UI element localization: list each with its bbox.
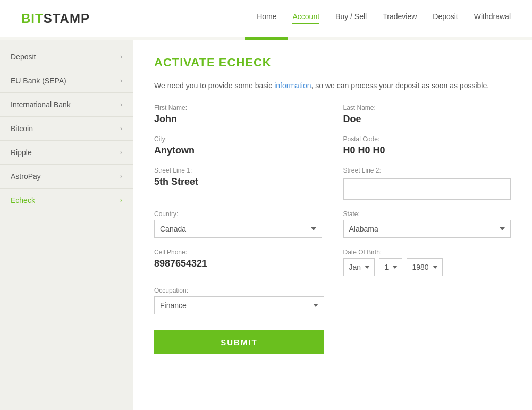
nav-account[interactable]: Account [292, 12, 319, 24]
nav-buy-sell[interactable]: Buy / Sell [335, 12, 367, 24]
main-layout: Deposit › EU Bank (SEPA) › International… [0, 40, 532, 410]
sidebar-item-bitcoin-label: Bitcoin [11, 124, 33, 133]
description-text: We need you to provide some basic inform… [154, 80, 511, 91]
chevron-icon-active: › [120, 197, 122, 204]
sidebar-item-deposit[interactable]: Deposit › [0, 45, 133, 69]
nav-tradeview[interactable]: Tradeview [383, 12, 417, 24]
dob-month-select[interactable]: Jan [343, 258, 375, 276]
content-area: ACTIVATE ECHECK We need you to provide s… [133, 40, 532, 410]
chevron-icon: › [120, 173, 122, 180]
chevron-icon: › [120, 125, 122, 132]
sidebar-item-echeck[interactable]: Echeck › [0, 189, 133, 212]
logo-bit: BIT [21, 11, 44, 25]
country-label: Country: [154, 210, 322, 218]
form-col-state: State: Alabama [343, 210, 511, 238]
nav-home[interactable]: Home [257, 12, 276, 24]
sidebar-item-international-bank[interactable]: International Bank › [0, 93, 133, 117]
last-name-value: Doe [343, 114, 511, 125]
occupation-select-wrapper: Finance [154, 296, 324, 314]
submit-button[interactable]: SUBMIT [154, 330, 324, 354]
postal-code-value: H0 H0 H0 [343, 145, 511, 156]
form-row-street: Street Line 1: 5th Street Street Line 2: [154, 167, 511, 200]
logo: BITSTAMP [21, 11, 90, 26]
sidebar-item-deposit-label: Deposit [11, 53, 36, 61]
form-col-city: City: Anytown [154, 135, 322, 156]
description-link[interactable]: information [274, 81, 311, 90]
occupation-select[interactable]: Finance [154, 296, 324, 314]
sidebar: Deposit › EU Bank (SEPA) › International… [0, 40, 133, 410]
state-select[interactable]: Alabama [343, 220, 511, 238]
dob-year-select[interactable]: 1980 [407, 258, 443, 276]
sidebar-item-astropay-label: AstroPay [11, 172, 41, 181]
first-name-label: First Name: [154, 104, 322, 112]
form-col-country: Country: Canada [154, 210, 322, 238]
country-select-wrapper: Canada [154, 220, 322, 238]
city-value: Anytown [154, 145, 322, 156]
form-section-occupation: Occupation: Finance [154, 287, 511, 314]
sidebar-item-ripple-label: Ripple [11, 148, 32, 157]
sidebar-item-eu-bank-label: EU Bank (SEPA) [11, 76, 66, 85]
form-col-street2: Street Line 2: [343, 167, 511, 200]
postal-code-label: Postal Code: [343, 135, 511, 143]
chevron-icon: › [120, 149, 122, 156]
street-line1-label: Street Line 1: [154, 167, 322, 174]
last-name-label: Last Name: [343, 104, 511, 112]
dob-row: Jan 1 1980 [343, 258, 511, 276]
dob-label: Date Of Birth: [343, 249, 511, 256]
form-row-country: Country: Canada State: Alabama [154, 210, 511, 238]
form-col-phone: Cell Phone: 8987654321 [154, 249, 322, 276]
form-row-city: City: Anytown Postal Code: H0 H0 H0 [154, 135, 511, 156]
chevron-icon: › [120, 101, 122, 108]
cell-phone-value: 8987654321 [154, 258, 322, 269]
state-label: State: [343, 210, 511, 218]
sidebar-item-international-bank-label: International Bank [11, 100, 71, 109]
nav-deposit[interactable]: Deposit [433, 12, 458, 24]
sidebar-item-ripple[interactable]: Ripple › [0, 141, 133, 165]
active-nav-indicator [245, 37, 288, 40]
main-nav: Home Account Buy / Sell Tradeview Deposi… [257, 12, 511, 24]
cell-phone-label: Cell Phone: [154, 249, 322, 256]
header: BITSTAMP Home Account Buy / Sell Tradevi… [0, 0, 532, 37]
page-title: ACTIVATE ECHECK [154, 56, 511, 70]
dob-day-select[interactable]: 1 [379, 258, 402, 276]
nav-withdrawal[interactable]: Withdrawal [474, 12, 511, 24]
form-col-dob: Date Of Birth: Jan 1 1980 [343, 249, 511, 276]
state-select-wrapper: Alabama [343, 220, 511, 238]
form-col-last-name: Last Name: Doe [343, 104, 511, 125]
chevron-icon: › [120, 77, 122, 84]
form-row-phone-dob: Cell Phone: 8987654321 Date Of Birth: Ja… [154, 249, 511, 276]
country-select[interactable]: Canada [154, 220, 322, 238]
sidebar-item-astropay[interactable]: AstroPay › [0, 165, 133, 189]
form-col-street1: Street Line 1: 5th Street [154, 167, 322, 200]
sidebar-item-echeck-label: Echeck [11, 196, 35, 204]
street-line1-value: 5th Street [154, 176, 322, 187]
city-label: City: [154, 135, 322, 143]
sidebar-item-eu-bank[interactable]: EU Bank (SEPA) › [0, 69, 133, 93]
submit-section: SUBMIT [154, 325, 511, 354]
street-line2-input[interactable] [343, 178, 511, 200]
form-col-first-name: First Name: John [154, 104, 322, 125]
first-name-value: John [154, 114, 322, 125]
logo-stamp: STAMP [44, 11, 90, 25]
occupation-label: Occupation: [154, 287, 511, 294]
form-row-name: First Name: John Last Name: Doe [154, 104, 511, 125]
sidebar-item-bitcoin[interactable]: Bitcoin › [0, 117, 133, 141]
street-line2-label: Street Line 2: [343, 167, 511, 174]
header-bar [0, 37, 532, 40]
form-col-postal-code: Postal Code: H0 H0 H0 [343, 135, 511, 156]
chevron-icon: › [120, 53, 122, 61]
